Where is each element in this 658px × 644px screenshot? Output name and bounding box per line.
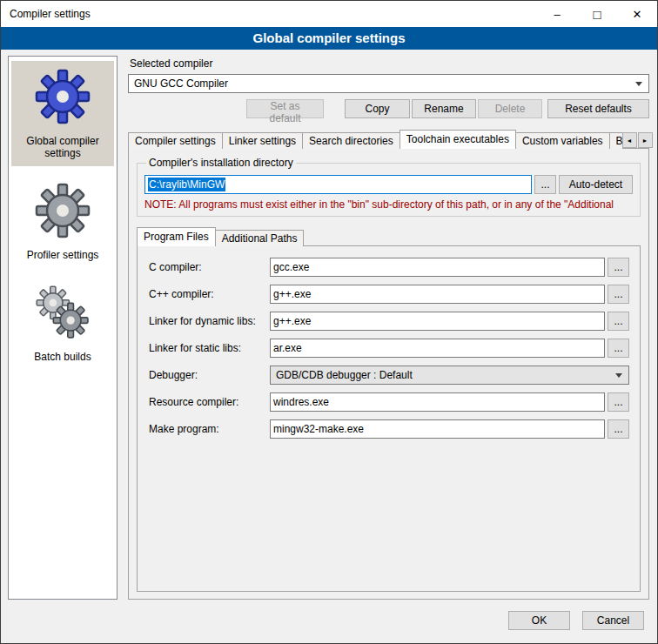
sidebar-item-label: Global compiler settings xyxy=(13,135,112,159)
global-compiler-gear-icon xyxy=(13,67,112,126)
tab-scroll-arrows: ◄ ► xyxy=(622,132,653,149)
selected-compiler-label: Selected compiler xyxy=(130,57,649,70)
arrow-right-icon: ► xyxy=(642,138,648,144)
sidebar-item-global-compiler-settings[interactable]: Global compiler settings xyxy=(11,61,114,166)
main-panel: Selected compiler GNU GCC Compiler Set a… xyxy=(128,56,649,600)
resource-compiler-input[interactable]: windres.exe xyxy=(270,392,605,412)
browse-button[interactable]: ... xyxy=(608,419,629,439)
c-compiler-label: C compiler: xyxy=(149,261,270,273)
installation-directory-row: C:\raylib\MinGW ... Auto-detect xyxy=(144,175,633,194)
close-button[interactable]: ✕ xyxy=(617,1,657,27)
sidebar-item-batch-builds[interactable]: Batch builds xyxy=(11,277,114,370)
c-compiler-row: C compiler: gcc.exe ... xyxy=(149,258,629,277)
reset-defaults-button[interactable]: Reset defaults xyxy=(547,99,649,118)
sidebar-item-label: Batch builds xyxy=(13,351,112,363)
static-linker-input[interactable]: ar.exe xyxy=(270,339,605,358)
resource-compiler-row: Resource compiler: windres.exe ... xyxy=(149,392,629,412)
settings-tab-strip: Compiler settings Linker settings Search… xyxy=(128,130,649,149)
compiler-select-value: GNU GCC Compiler xyxy=(134,77,228,90)
browse-button[interactable]: ... xyxy=(608,392,629,412)
window-title: Compiler settings xyxy=(1,1,537,27)
tab-compiler-settings[interactable]: Compiler settings xyxy=(128,132,223,149)
tab-program-files[interactable]: Program Files xyxy=(137,227,216,246)
banner-title: Global compiler settings xyxy=(1,27,657,50)
dynamic-linker-input[interactable]: g++.exe xyxy=(270,312,605,331)
ok-button[interactable]: OK xyxy=(508,611,570,630)
make-program-input[interactable]: mingw32-make.exe xyxy=(270,419,605,439)
install-dir-input[interactable]: C:\raylib\MinGW xyxy=(144,175,532,194)
tab-search-directories[interactable]: Search directories xyxy=(302,132,400,149)
browse-button[interactable]: ... xyxy=(608,339,629,358)
tab-scroll-right-button[interactable]: ► xyxy=(638,132,653,148)
rename-button[interactable]: Rename xyxy=(412,99,476,118)
debugger-label: Debugger: xyxy=(149,369,270,381)
browse-button[interactable]: ... xyxy=(608,258,629,277)
debugger-select[interactable]: GDB/CDB debugger : Default xyxy=(270,366,629,385)
note-text: NOTE: All programs must exist either in … xyxy=(144,198,633,211)
cancel-button[interactable]: Cancel xyxy=(582,611,644,630)
delete-button[interactable]: Delete xyxy=(478,99,542,118)
maximize-icon: □ xyxy=(593,7,601,22)
dynamic-linker-label: Linker for dynamic libs: xyxy=(149,315,270,327)
chevron-down-icon xyxy=(615,373,622,378)
titlebar[interactable]: Compiler settings – □ ✕ xyxy=(1,1,657,27)
compiler-actions: Set as default Copy Rename Delete Reset … xyxy=(128,99,649,118)
tab-custom-variables[interactable]: Custom variables xyxy=(515,132,610,149)
debugger-select-value: GDB/CDB debugger : Default xyxy=(276,369,413,381)
debugger-row: Debugger: GDB/CDB debugger : Default xyxy=(149,366,629,385)
tab-toolchain-executables[interactable]: Toolchain executables xyxy=(400,130,516,149)
tab-scroll-left-button[interactable]: ◄ xyxy=(622,132,637,148)
tab-linker-settings[interactable]: Linker settings xyxy=(222,132,303,149)
browse-button[interactable]: ... xyxy=(608,285,629,304)
settings-category-list: Global compiler settings Profiler settin… xyxy=(8,56,118,600)
dialog-footer: OK Cancel xyxy=(1,605,657,643)
resource-compiler-value: windres.exe xyxy=(273,396,329,408)
compiler-settings-window: Compiler settings – □ ✕ Global compiler … xyxy=(0,0,658,644)
resource-compiler-label: Resource compiler: xyxy=(149,396,270,408)
c-compiler-value: gcc.exe xyxy=(273,261,309,273)
arrow-left-icon: ◄ xyxy=(627,138,633,144)
install-dir-selected-text: C:\raylib\MinGW xyxy=(148,178,225,191)
sidebar-item-label: Profiler settings xyxy=(13,249,112,261)
set-as-default-button[interactable]: Set as default xyxy=(246,99,324,118)
make-program-label: Make program: xyxy=(149,423,270,435)
autodetect-button[interactable]: Auto-detect xyxy=(559,175,633,194)
minimize-icon: – xyxy=(554,8,560,21)
tab-additional-paths[interactable]: Additional Paths xyxy=(215,230,305,246)
installation-directory-group-title: Compiler's installation directory xyxy=(146,157,296,169)
dynamic-linker-value: g++.exe xyxy=(273,315,311,327)
browse-button[interactable]: ... xyxy=(608,312,629,331)
maximize-button[interactable]: □ xyxy=(577,1,617,27)
cpp-compiler-input[interactable]: g++.exe xyxy=(270,285,605,304)
toolchain-executables-panel: Compiler's installation directory C:\ray… xyxy=(128,148,649,600)
compiler-select[interactable]: GNU GCC Compiler xyxy=(128,74,649,93)
cpp-compiler-value: g++.exe xyxy=(273,288,311,300)
chevron-down-icon xyxy=(635,82,642,86)
sidebar-item-profiler-settings[interactable]: Profiler settings xyxy=(11,175,114,268)
window-controls: – □ ✕ xyxy=(537,1,657,27)
dynamic-linker-row: Linker for dynamic libs: g++.exe ... xyxy=(149,312,629,331)
minimize-button[interactable]: – xyxy=(537,1,577,27)
installation-directory-group: Compiler's installation directory C:\ray… xyxy=(137,157,641,217)
cpp-compiler-row: C++ compiler: g++.exe ... xyxy=(149,285,629,304)
static-linker-row: Linker for static libs: ar.exe ... xyxy=(149,339,629,358)
make-program-row: Make program: mingw32-make.exe ... xyxy=(149,419,629,439)
close-icon: ✕ xyxy=(633,8,642,21)
install-dir-browse-button[interactable]: ... xyxy=(534,175,556,194)
c-compiler-input[interactable]: gcc.exe xyxy=(270,258,605,277)
tab-build-options-truncated[interactable]: Buil xyxy=(609,132,623,149)
static-linker-label: Linker for static libs: xyxy=(149,342,270,354)
program-tab-strip: Program Files Additional Paths xyxy=(137,227,641,246)
batch-builds-gears-icon xyxy=(13,283,112,342)
cpp-compiler-label: C++ compiler: xyxy=(149,288,270,300)
static-linker-value: ar.exe xyxy=(273,342,302,354)
make-program-value: mingw32-make.exe xyxy=(273,423,364,435)
dialog-body: Global compiler settings Profiler settin… xyxy=(1,50,657,605)
profiler-gear-icon xyxy=(13,181,112,240)
copy-button[interactable]: Copy xyxy=(345,99,410,118)
program-files-panel: C compiler: gcc.exe ... C++ compiler: g+… xyxy=(137,245,641,592)
